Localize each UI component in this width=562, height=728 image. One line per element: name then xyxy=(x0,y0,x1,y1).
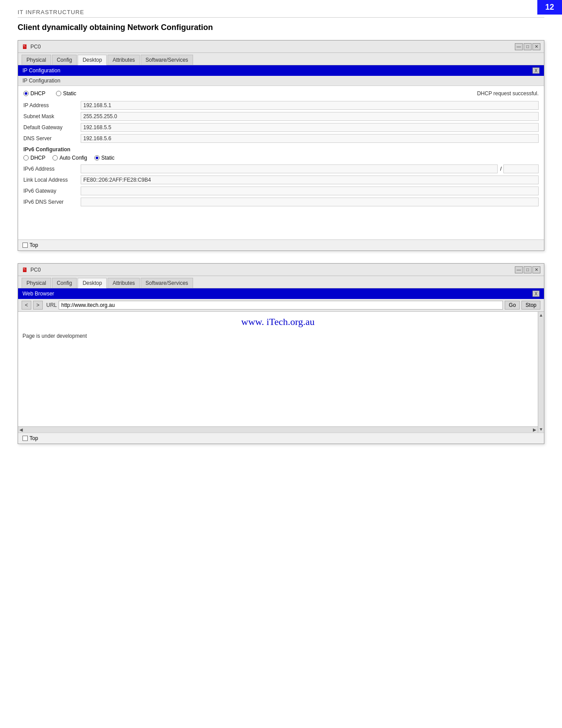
browser-hscrollbar: ◀ ▶ xyxy=(18,426,538,433)
url-label: URL xyxy=(46,302,57,308)
window-1: 🖥 PC0 — □ ✕ Physical Config Desktop Attr… xyxy=(18,40,544,251)
restore-button-1[interactable]: □ xyxy=(524,43,532,50)
ipv6-dhcp-label: DHCP xyxy=(30,155,45,161)
ipv6-dhcp-radio[interactable]: DHCP xyxy=(23,155,45,161)
default-gateway-row: Default Gateway xyxy=(23,123,539,132)
stop-button[interactable]: Stop xyxy=(521,301,540,310)
ipv6-slash: / xyxy=(500,166,502,172)
ipv6-address-row: IPv6 Address / xyxy=(23,164,539,173)
tab-software-2[interactable]: Software/Services xyxy=(141,278,193,288)
scroll-left-arrow[interactable]: ◀ xyxy=(18,427,24,432)
dhcp-radio[interactable]: DHCP xyxy=(23,90,45,97)
close-button-1[interactable]: ✕ xyxy=(532,43,540,50)
subnet-mask-input[interactable] xyxy=(81,112,539,121)
tab-physical-2[interactable]: Physical xyxy=(22,278,51,288)
tab-attributes-2[interactable]: Attributes xyxy=(108,278,140,288)
ipv6-gateway-row: IPv6 Gateway xyxy=(23,187,539,195)
ipv6-static-circle xyxy=(94,155,100,161)
panel-header-2: Web Browser X xyxy=(18,288,544,299)
dns-server-row: DNS Server xyxy=(23,134,539,143)
tab-attributes-1[interactable]: Attributes xyxy=(108,55,140,65)
panel-close-1[interactable]: X xyxy=(532,67,540,74)
ipv6-static-radio[interactable]: Static xyxy=(94,155,115,161)
top-checkbox-2[interactable]: Top xyxy=(22,435,38,441)
ipv6-dhcp-circle xyxy=(23,155,29,161)
top-checkbox-box-1 xyxy=(22,243,28,248)
url-input[interactable] xyxy=(59,301,503,310)
ip-address-row: IP Address xyxy=(23,101,539,110)
ipv6-section-label: IPv6 Configuration xyxy=(23,146,539,153)
panel-title-2: Web Browser xyxy=(22,291,54,297)
bottom-bar-1: Top xyxy=(18,239,544,250)
panel-header-1: IP Configuration X xyxy=(18,65,544,76)
back-button[interactable]: < xyxy=(22,301,31,310)
section-header: IT INFRASTRUCTURE xyxy=(18,9,544,18)
ipv6-auto-circle xyxy=(52,155,58,161)
ip-type-row: DHCP Static DHCP request successful. xyxy=(23,90,539,97)
dhcp-radio-dot xyxy=(25,92,27,95)
link-local-label: Link Local Address xyxy=(23,177,81,183)
dhcp-radio-circle xyxy=(23,91,29,96)
tab-config-1[interactable]: Config xyxy=(52,55,77,65)
link-local-row: Link Local Address xyxy=(23,175,539,184)
pc-icon-1: 🖥 xyxy=(22,43,28,50)
ipv6-gateway-input[interactable] xyxy=(81,187,539,195)
static-radio[interactable]: Static xyxy=(56,90,76,97)
window-controls-1: — □ ✕ xyxy=(515,43,540,50)
dhcp-label: DHCP xyxy=(30,90,45,97)
static-radio-circle xyxy=(56,91,61,96)
minimize-button-1[interactable]: — xyxy=(515,43,523,50)
title-bar-left-2: 🖥 PC0 xyxy=(22,266,41,273)
browser-vscrollbar: ▲ ▼ xyxy=(538,312,544,433)
browser-main: www. iTech.org.au Page is under developm… xyxy=(18,312,538,433)
ipv6-static-dot xyxy=(96,157,98,159)
window-2: 🖥 PC0 — □ ✕ Physical Config Desktop Attr… xyxy=(18,263,544,444)
tab-desktop-2[interactable]: Desktop xyxy=(78,278,107,288)
dns-server-input[interactable] xyxy=(81,134,539,143)
tab-physical-1[interactable]: Physical xyxy=(22,55,51,65)
restore-button-2[interactable]: □ xyxy=(524,266,532,273)
tab-software-1[interactable]: Software/Services xyxy=(141,55,193,65)
scroll-up-arrow[interactable]: ▲ xyxy=(539,312,543,318)
minimize-button-2[interactable]: — xyxy=(515,266,523,273)
forward-button[interactable]: > xyxy=(33,301,43,310)
panel-close-2[interactable]: X xyxy=(532,291,540,297)
ipv6-static-label: Static xyxy=(101,155,115,161)
window-content-1: IP Configuration X IP Configuration DHCP… xyxy=(18,65,544,250)
ipv6-auto-radio[interactable]: Auto Config xyxy=(52,155,87,161)
panel-subheader-1: IP Configuration xyxy=(18,76,544,86)
ipv6-gateway-label: IPv6 Gateway xyxy=(23,188,81,194)
ip-address-input[interactable] xyxy=(81,101,539,110)
ipv6-dns-input[interactable] xyxy=(81,198,539,206)
pc-icon-2: 🖥 xyxy=(22,266,28,273)
browser-page-text: Page is under development xyxy=(22,333,533,339)
top-checkbox-label-2: Top xyxy=(30,435,38,441)
go-button[interactable]: Go xyxy=(505,301,520,310)
window-title-2: PC0 xyxy=(30,267,41,273)
tab-bar-2: Physical Config Desktop Attributes Softw… xyxy=(18,276,544,288)
default-gateway-input[interactable] xyxy=(81,123,539,132)
panel-title-1: IP Configuration xyxy=(22,67,60,74)
tab-config-2[interactable]: Config xyxy=(52,278,77,288)
tab-desktop-1[interactable]: Desktop xyxy=(78,55,107,65)
static-label: Static xyxy=(63,90,76,97)
ipv6-dns-label: IPv6 DNS Server xyxy=(23,199,81,205)
ipv6-auto-label: Auto Config xyxy=(60,155,87,161)
bottom-bar-2: Top xyxy=(18,433,544,444)
default-gateway-label: Default Gateway xyxy=(23,124,81,131)
browser-content: www. iTech.org.au Page is under developm… xyxy=(18,312,538,426)
ipv6-prefix-input[interactable] xyxy=(503,164,539,173)
title-bar-1: 🖥 PC0 — □ ✕ xyxy=(18,41,544,53)
browser-site-title: www. iTech.org.au xyxy=(22,316,533,328)
scroll-down-arrow[interactable]: ▼ xyxy=(539,426,543,433)
tab-bar-1: Physical Config Desktop Attributes Softw… xyxy=(18,53,544,65)
browser-toolbar: < > URL Go Stop xyxy=(18,299,544,312)
spacer-1 xyxy=(23,209,539,235)
close-button-2[interactable]: ✕ xyxy=(532,266,540,273)
title-bar-2: 🖥 PC0 — □ ✕ xyxy=(18,264,544,276)
scroll-right-arrow[interactable]: ▶ xyxy=(532,427,538,432)
top-checkbox-label-1: Top xyxy=(30,242,38,248)
top-checkbox-1[interactable]: Top xyxy=(22,242,38,248)
ipv6-address-input[interactable] xyxy=(81,164,498,173)
link-local-input[interactable] xyxy=(81,175,539,184)
